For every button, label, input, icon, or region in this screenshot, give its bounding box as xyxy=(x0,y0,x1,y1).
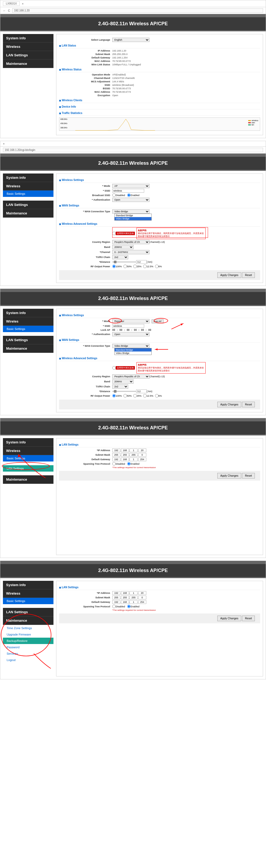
region-select[interactable]: People's Republic of Ch xyxy=(112,374,150,379)
distance-slider[interactable] xyxy=(112,261,136,262)
wan-connection-select[interactable]: Video Bridge xyxy=(112,344,150,348)
section-wan-settings[interactable]: WAN Settings xyxy=(59,203,260,208)
ip-octet-1[interactable] xyxy=(112,448,120,452)
nav-maintenance[interactable]: Maintenance xyxy=(3,344,53,353)
disclaimer-box: 免责声明: 测试选项仅用于室内测试，我同意并遵守当地无线电规范，并愿意承担因未遵… xyxy=(136,362,206,374)
language-select[interactable]: English xyxy=(112,38,150,42)
reset-button[interactable]: Reset xyxy=(242,272,255,278)
nav-maintenance[interactable]: Maintenance xyxy=(3,475,53,484)
reset-button[interactable]: Reset xyxy=(242,402,255,407)
auth-select[interactable]: Open xyxy=(112,332,150,336)
mode-select[interactable]: AP xyxy=(112,184,150,188)
stp-disabled-radio[interactable] xyxy=(112,462,116,465)
section-traffic-stats[interactable]: Traffic Statistics xyxy=(59,111,260,116)
auth-select[interactable]: Open xyxy=(112,198,150,202)
nav-system-info[interactable]: System info xyxy=(3,581,53,589)
section-lan-status[interactable]: LAN Status xyxy=(59,43,260,49)
reset-button[interactable]: Reset xyxy=(242,473,255,478)
section-wan-settings[interactable]: WAN Settings xyxy=(59,337,260,343)
distance-input[interactable] xyxy=(136,390,147,393)
channel-select[interactable]: 6 - 2437MHz xyxy=(112,250,150,254)
txrx-select[interactable]: 2x2 xyxy=(112,255,128,259)
nav-basic-settings[interactable]: Basic Settings xyxy=(3,326,53,332)
page-title: 2.4G-802.11n Wireless AP/CPE xyxy=(0,289,266,306)
band-select[interactable]: 20MHz xyxy=(112,379,134,384)
nav-wireless[interactable]: Wireless xyxy=(3,446,53,455)
nav-wireless[interactable]: Wireless xyxy=(3,42,53,51)
ip-octet-2[interactable] xyxy=(121,448,129,452)
stp-enabled-radio[interactable] xyxy=(127,462,131,465)
nav-upgrade-firmware[interactable]: Upgrade Firmware xyxy=(3,631,53,638)
wan-connection-select[interactable]: Video Bridge xyxy=(112,209,150,214)
outdoor-test-button[interactable]: 启用室外测试选项 xyxy=(116,232,135,235)
nav-lan-settings[interactable]: LAN Settings xyxy=(3,608,53,616)
nav-basic-settings[interactable]: Basic Settings xyxy=(3,190,53,197)
ssid-input[interactable] xyxy=(112,189,144,193)
ip-octet-3[interactable] xyxy=(130,448,137,452)
wan-dropdown-open[interactable]: Standard Bridge Video Bridge xyxy=(114,348,152,355)
section-wireless-advanced[interactable]: Wireless Advanced Settings xyxy=(59,221,260,227)
section-lan-settings[interactable]: LAN Settings xyxy=(59,585,260,590)
region-select[interactable]: People's Republic of Ch xyxy=(112,240,150,244)
broadcast-enabled-radio[interactable] xyxy=(127,193,131,197)
section-device-info[interactable]: Device Info xyxy=(59,104,260,110)
outdoor-test-button[interactable]: 启用室外测试选项 xyxy=(116,366,135,370)
nav-wireless[interactable]: Wireles xyxy=(3,317,53,326)
nav-wireless[interactable]: Wireless xyxy=(3,589,53,598)
distance-slider[interactable] xyxy=(112,391,136,392)
traffic-graph: 600.0Kb 450.0Kb 300.0Kb wireless wan lan xyxy=(59,118,260,131)
scan-ap-button[interactable]: Scan AP xyxy=(152,319,164,323)
nav-lan-settings[interactable]: LAN Settings xyxy=(3,465,53,472)
page-title: 2.4G-802.11n Wireless AP/CPE xyxy=(0,154,266,171)
section-wireless-settings[interactable]: Wireless Settings xyxy=(59,178,260,183)
distance-input[interactable] xyxy=(136,260,147,264)
nav-system-info[interactable]: System info xyxy=(3,309,53,317)
nav-maintenance[interactable]: Maintenance xyxy=(3,60,53,68)
settings-note: *The settings required for correct trans… xyxy=(112,466,156,469)
section-wireless-settings[interactable]: Wireless Settings xyxy=(59,313,260,318)
reset-button[interactable]: Reset xyxy=(242,616,255,621)
nav-system-info[interactable]: System info xyxy=(3,438,53,446)
apply-button[interactable]: Apply Changes xyxy=(217,473,241,478)
page-title: 2.4G-802.11n Wireless AP/CPE xyxy=(0,14,266,31)
apply-button[interactable]: Apply Changes xyxy=(217,402,241,407)
section-wireless-clients[interactable]: Wireless Clients xyxy=(59,98,260,103)
nav-backup-restore[interactable]: Backup/Restore xyxy=(3,638,53,644)
nav-password[interactable]: Password xyxy=(3,644,53,650)
disclaimer-box: 免责声明: 测试选项仅用于室内测试，我同意并遵守当地无线电规范，并愿意承担因未遵… xyxy=(136,228,206,239)
wan-dropdown-open[interactable]: Standard Bridge Video Bridge xyxy=(114,214,152,220)
section-lan-settings[interactable]: LAN Settings xyxy=(59,442,260,447)
nav-basic-settings[interactable]: Basic Settings xyxy=(3,598,53,604)
band-select[interactable]: 20MHz xyxy=(112,245,134,249)
nav-timezone[interactable]: Time Zone Settings xyxy=(3,625,53,631)
nav-basic-settings[interactable]: Basic Settings xyxy=(3,455,53,462)
browser-tab[interactable]: LX9531X xyxy=(3,1,20,6)
address-bar[interactable]: 192.168.1.20 xyxy=(12,8,263,13)
txrx-select[interactable]: 2x2 xyxy=(112,384,128,389)
nav-lan-settings[interactable]: LAN Settings xyxy=(3,200,53,209)
nav-system-info[interactable]: System info xyxy=(3,174,53,182)
nav-maintenance[interactable]: Maintenance xyxy=(3,616,53,625)
nav-wireless[interactable]: Wireless xyxy=(3,182,53,190)
broadcast-disabled-radio[interactable] xyxy=(112,193,116,197)
nav-lan-settings[interactable]: LAN Settings xyxy=(3,336,53,344)
section-wireless-status[interactable]: Wireless Status xyxy=(59,67,260,72)
ssid-input[interactable] xyxy=(112,324,144,328)
nav-maintenance[interactable]: Maintenance xyxy=(3,209,53,218)
mode-select[interactable]: Repeater xyxy=(112,319,150,323)
nav-system-info[interactable]: System info xyxy=(3,34,53,42)
address-bar[interactable]: 192.168.1.20/cgi-bin/login xyxy=(3,148,263,152)
apply-button[interactable]: Apply Changes xyxy=(217,616,241,621)
page-title: 2.4G-802.11n Wireless AP/CPE xyxy=(0,418,266,435)
nav-lan-settings[interactable]: LAN Settings xyxy=(3,51,53,60)
page-title: 2.4G-802.11n Wireless AP/CPE xyxy=(0,561,266,578)
ip-octet-4[interactable] xyxy=(138,448,146,452)
apply-button[interactable]: Apply Changes xyxy=(217,272,241,278)
section-wireless-advanced[interactable]: Wireless Advanced Settings xyxy=(59,356,260,361)
